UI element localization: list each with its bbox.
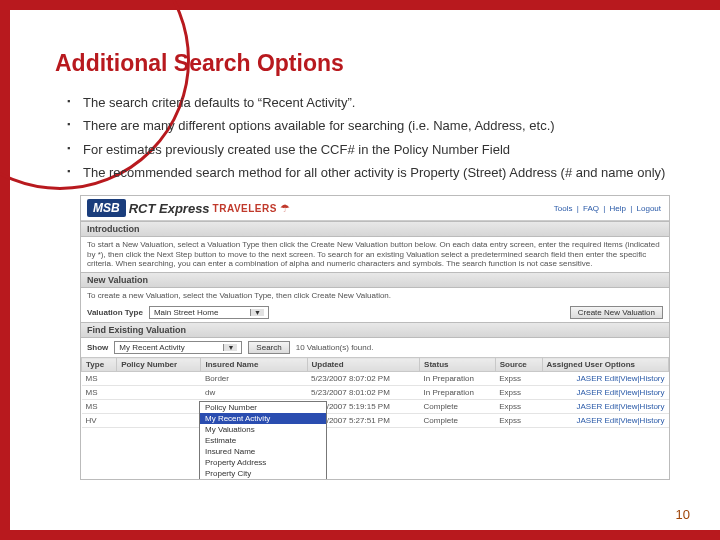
section-new-valuation: New Valuation bbox=[81, 272, 669, 288]
top-links: Tools | FAQ | Help | Logout bbox=[552, 204, 663, 213]
dropdown-option[interactable]: Property Address bbox=[200, 457, 326, 468]
chevron-down-icon: ▼ bbox=[250, 309, 264, 316]
show-value: My Recent Activity bbox=[119, 343, 184, 352]
table-row: MS Border 5/23/2007 8:07:02 PM In Prepar… bbox=[82, 372, 669, 386]
dropdown-option[interactable]: My Valuations bbox=[200, 424, 326, 435]
link-logout[interactable]: Logout bbox=[637, 204, 661, 213]
link-help[interactable]: Help bbox=[610, 204, 626, 213]
table-row: MS dw 5/23/2007 8:01:02 PM In Preparatio… bbox=[82, 386, 669, 400]
brand-travelers-label: TRAVELERS bbox=[213, 203, 277, 214]
chevron-down-icon: ▼ bbox=[223, 344, 237, 351]
col-type[interactable]: Type bbox=[82, 358, 117, 372]
show-label: Show bbox=[87, 343, 108, 352]
bullet-item: The recommended search method for all ot… bbox=[67, 165, 685, 181]
section-find-existing: Find Existing Valuation bbox=[81, 322, 669, 338]
bullet-item: For estimates previously created use the… bbox=[67, 142, 685, 158]
dropdown-option[interactable]: Insured Name bbox=[200, 446, 326, 457]
page-number: 10 bbox=[676, 507, 690, 522]
col-source[interactable]: Source bbox=[495, 358, 542, 372]
results-table: Type Policy Number Insured Name Updated … bbox=[81, 357, 669, 428]
col-status[interactable]: Status bbox=[420, 358, 496, 372]
valuation-type-select[interactable]: Main Street Home ▼ bbox=[149, 306, 269, 319]
intro-text: To start a New Valuation, select a Valua… bbox=[81, 237, 669, 272]
link-faq[interactable]: FAQ bbox=[583, 204, 599, 213]
newval-text: To create a new Valuation, select the Va… bbox=[81, 288, 669, 304]
table-row: HV payne custom payne 5/22/2007 5:27:51 … bbox=[82, 414, 669, 428]
valuation-type-value: Main Street Home bbox=[154, 308, 218, 317]
dropdown-option[interactable]: Property State/Province bbox=[200, 479, 326, 480]
col-name[interactable]: Insured Name bbox=[201, 358, 307, 372]
row-actions[interactable]: JASER Edit|View|History bbox=[542, 372, 668, 386]
bullet-item: The search criteria defaults to “Recent … bbox=[67, 95, 685, 111]
link-tools[interactable]: Tools bbox=[554, 204, 573, 213]
bullet-item: There are many different options availab… bbox=[67, 118, 685, 134]
create-new-valuation-button[interactable]: Create New Valuation bbox=[570, 306, 663, 319]
show-select[interactable]: My Recent Activity ▼ bbox=[114, 341, 242, 354]
brand-rct-label: RCT Express bbox=[129, 201, 210, 216]
brand-msb-logo: MSB bbox=[87, 199, 126, 217]
app-screenshot: MSB RCT Express TRAVELERS ☂ Tools | FAQ … bbox=[80, 195, 670, 480]
show-dropdown-popup[interactable]: Policy Number My Recent Activity My Valu… bbox=[199, 401, 327, 480]
dropdown-option[interactable]: Policy Number bbox=[200, 402, 326, 413]
row-actions[interactable]: JASER Edit|View|History bbox=[542, 400, 668, 414]
col-updated[interactable]: Updated bbox=[307, 358, 420, 372]
dropdown-option-selected[interactable]: My Recent Activity bbox=[200, 413, 326, 424]
slide-title: Additional Search Options bbox=[55, 50, 685, 77]
col-options[interactable]: Assigned User Options bbox=[542, 358, 668, 372]
table-row: MS dw heads 111 5/23/2007 5:19:15 PM Com… bbox=[82, 400, 669, 414]
row-actions[interactable]: JASER Edit|View|History bbox=[542, 414, 668, 428]
umbrella-icon: ☂ bbox=[280, 202, 290, 215]
dropdown-option[interactable]: Property City bbox=[200, 468, 326, 479]
row-actions[interactable]: JASER Edit|View|History bbox=[542, 386, 668, 400]
search-button[interactable]: Search bbox=[248, 341, 289, 354]
valuation-type-label: Valuation Type bbox=[87, 308, 143, 317]
bullet-list: The search criteria defaults to “Recent … bbox=[55, 95, 685, 181]
dropdown-option[interactable]: Estimate bbox=[200, 435, 326, 446]
section-introduction: Introduction bbox=[81, 221, 669, 237]
col-policy[interactable]: Policy Number bbox=[117, 358, 201, 372]
result-count: 10 Valuation(s) found. bbox=[296, 343, 374, 352]
